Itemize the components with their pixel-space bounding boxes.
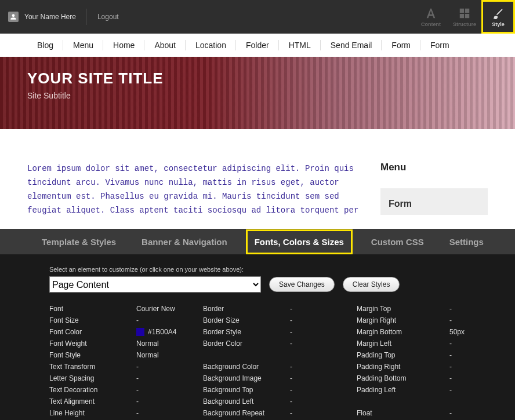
brush-icon <box>492 7 505 20</box>
tab-settings[interactable]: Settings <box>443 231 491 253</box>
lbl-line-height: Line Height <box>49 407 136 419</box>
lbl-text-decoration: Text Decoration <box>49 384 136 396</box>
val-font[interactable]: Courier New <box>136 303 203 315</box>
lbl-bg-image: Background Image <box>203 372 290 384</box>
lbl-padding-right: Padding Right <box>357 361 449 372</box>
lbl-spacer2 <box>357 396 449 407</box>
nav-item-sendemail[interactable]: Send Email <box>321 34 382 57</box>
nav-item-html[interactable]: HTML <box>279 34 321 57</box>
font-a-icon <box>425 7 437 20</box>
tab-banner-navigation[interactable]: Banner & Navigation <box>135 231 234 253</box>
lbl-margin-bottom: Margin Bottom <box>357 326 449 338</box>
panel-body: Select an element to customize (or click… <box>0 254 515 419</box>
val-bg-image[interactable]: - <box>290 372 357 384</box>
main-nav: Blog Menu Home About Location Folder HTM… <box>27 34 488 57</box>
val-font-color[interactable]: #1B00A4 <box>136 326 203 338</box>
nav-item-form1[interactable]: Form <box>382 34 420 57</box>
tool-structure[interactable]: Structure <box>448 0 481 34</box>
val-bg-top[interactable]: - <box>290 384 357 396</box>
lbl-padding-left: Padding Left <box>357 384 449 396</box>
nav-item-form2[interactable]: Form <box>420 34 459 57</box>
val-padding-right[interactable]: - <box>449 361 484 372</box>
val-bg-color[interactable]: - <box>290 361 357 372</box>
val-padding-top[interactable]: - <box>449 349 484 361</box>
site-title: YOUR SITE TITLE <box>27 70 515 87</box>
tab-fonts-colors-sizes[interactable]: Fonts, Colors & Sizes <box>246 229 353 254</box>
save-changes-button[interactable]: Save Changes <box>269 277 335 292</box>
lbl-font-style: Font Style <box>49 349 136 361</box>
prop-col-spacing: Margin Top Margin Right Margin Bottom Ma… <box>357 303 484 419</box>
val-margin-top[interactable]: - <box>449 303 484 315</box>
val-bg-left[interactable]: - <box>290 396 357 407</box>
lorem-text: Lorem ipsum dolor sit amet, consectetur … <box>27 162 380 217</box>
topbar: Your Name Here Logout Content Structure … <box>0 0 515 34</box>
lbl-font-color: Font Color <box>49 326 136 338</box>
nav-item-menu[interactable]: Menu <box>63 34 103 57</box>
val-margin-left[interactable]: - <box>449 338 484 349</box>
lbl-spacer1 <box>203 349 290 361</box>
lbl-border-color: Border Color <box>203 338 290 349</box>
val-letter-spacing[interactable]: - <box>136 372 203 384</box>
prop-col-border-bg: Border Border Size Border Style Border C… <box>203 303 357 419</box>
val-padding-bottom[interactable]: - <box>449 372 484 384</box>
val-line-height[interactable]: - <box>136 407 203 419</box>
form-widget[interactable]: Form <box>380 188 488 215</box>
lbl-border-size: Border Size <box>203 315 290 326</box>
style-panel: Template & Styles Banner & Navigation Fo… <box>0 229 515 420</box>
val-padding-left[interactable]: - <box>449 384 484 396</box>
prop-col-font: Font Font Size Font Color Font Weight Fo… <box>49 303 203 419</box>
lbl-bg-left: Background Left <box>203 396 290 407</box>
nav-item-blog[interactable]: Blog <box>27 34 63 57</box>
nav-item-location[interactable]: Location <box>186 34 236 57</box>
lbl-float: Float <box>357 407 449 419</box>
tab-template-styles[interactable]: Template & Styles <box>35 231 123 253</box>
lbl-text-alignment: Text Alignment <box>49 396 136 407</box>
val-border-size[interactable]: - <box>290 315 357 326</box>
lbl-letter-spacing: Letter Spacing <box>49 372 136 384</box>
val-border-color[interactable]: - <box>290 338 357 349</box>
val-float[interactable]: - <box>449 407 484 419</box>
val-margin-bottom[interactable]: 50px <box>449 326 484 338</box>
topbar-divider <box>86 9 87 25</box>
val-font-size[interactable]: - <box>136 315 203 326</box>
tool-style[interactable]: Style <box>481 0 515 34</box>
val-text-transform[interactable]: - <box>136 361 203 372</box>
tool-content[interactable]: Content <box>414 0 448 34</box>
lbl-font-size: Font Size <box>49 315 136 326</box>
element-select[interactable]: Page Content <box>49 276 261 293</box>
lbl-padding-top: Padding Top <box>357 349 449 361</box>
logout-link[interactable]: Logout <box>97 13 119 21</box>
val-text-decoration[interactable]: - <box>136 384 203 396</box>
username-label: Your Name Here <box>24 13 76 21</box>
customize-prompt: Select an element to customize (or click… <box>49 266 515 273</box>
tool-content-label: Content <box>421 21 441 27</box>
lbl-font-weight: Font Weight <box>49 338 136 349</box>
nav-item-folder[interactable]: Folder <box>236 34 279 57</box>
sidebar: Menu Form <box>380 162 488 217</box>
lbl-font: Font <box>49 303 136 315</box>
style-tabs: Template & Styles Banner & Navigation Fo… <box>0 229 515 254</box>
val-border-style[interactable]: - <box>290 326 357 338</box>
sidebar-heading-menu: Menu <box>380 162 488 173</box>
tab-custom-css[interactable]: Custom CSS <box>364 231 431 253</box>
tool-style-label: Style <box>492 21 505 27</box>
val-spacer1 <box>290 349 357 361</box>
val-bg-repeat[interactable]: - <box>290 407 357 419</box>
form-widget-line1: Form <box>389 199 412 209</box>
nav-item-home[interactable]: Home <box>103 34 144 57</box>
font-color-swatch <box>136 328 144 336</box>
property-grid: Font Font Size Font Color Font Weight Fo… <box>49 303 515 419</box>
nav-item-about[interactable]: About <box>144 34 186 57</box>
clear-styles-button[interactable]: Clear Styles <box>343 277 400 292</box>
toolbar: Content Structure Style <box>414 0 515 34</box>
val-text-alignment[interactable]: - <box>136 396 203 407</box>
val-border[interactable]: - <box>290 303 357 315</box>
val-font-color-text: #1B00A4 <box>148 328 176 336</box>
lbl-margin-top: Margin Top <box>357 303 449 315</box>
val-font-weight[interactable]: Normal <box>136 338 203 349</box>
lbl-margin-right: Margin Right <box>357 315 449 326</box>
lbl-border-style: Border Style <box>203 326 290 338</box>
val-font-style[interactable]: Normal <box>136 349 203 361</box>
val-margin-right[interactable]: - <box>449 315 484 326</box>
lbl-bg-color: Background Color <box>203 361 290 372</box>
